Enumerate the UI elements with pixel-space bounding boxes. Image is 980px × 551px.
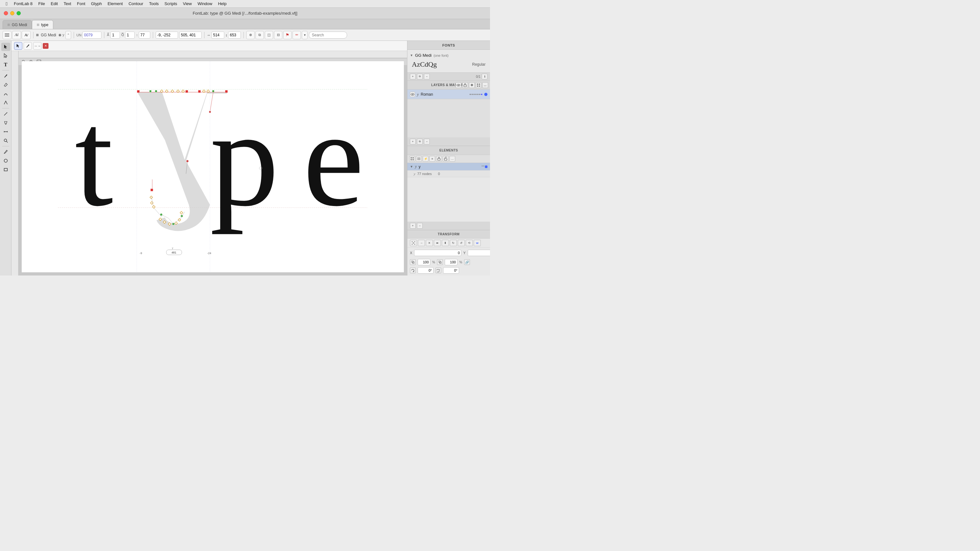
menu-scripts[interactable]: Scripts [162,1,180,7]
panel-rem-btn[interactable]: − [424,74,430,79]
transform-x-input[interactable] [414,250,461,256]
layers-lock-btn[interactable] [462,82,468,88]
tab-type[interactable]: ⊞ type [32,20,53,29]
panel-info-btn[interactable]: ℹ [482,74,487,79]
elem-unlink-btn[interactable]: ⚡ [423,156,428,162]
menu-tools[interactable]: Tools [146,1,161,7]
tool-knife[interactable] [1,110,10,118]
elem-row-y-sub[interactable]: y 77 nodes 0 [407,171,490,177]
toolbar-up-input[interactable] [139,32,150,38]
elem-collapse[interactable]: ▼ [410,165,413,168]
menu-edit[interactable]: Edit [48,1,60,7]
search-input[interactable] [309,32,347,38]
toolbar-icon3[interactable]: ◫ [265,31,273,39]
menu-glyph[interactable]: Glyph [88,1,104,7]
toolbar-icon4[interactable]: ⊟ [274,31,282,39]
tool-eraser[interactable] [1,81,10,89]
close-button[interactable] [4,11,8,15]
transform-rotate-icon[interactable] [410,268,416,273]
transform-icon-3[interactable]: ✕ [426,240,433,246]
elem-del-btn[interactable]: − [417,223,423,229]
menu-fontlab8[interactable]: FontLab 8 [11,1,35,7]
transform-icon-6[interactable]: ↻ [450,240,457,246]
transform-h-input[interactable] [445,259,457,265]
elem-add-btn[interactable]: + [410,223,416,229]
menu-text[interactable]: Text [61,1,74,7]
toolbar-qa-input[interactable] [125,32,135,38]
elem-unlock-btn[interactable] [443,156,449,162]
elem-lock2-btn[interactable] [436,156,442,162]
transform-skew-input[interactable] [443,267,459,273]
tool-zoom[interactable] [1,137,10,145]
tool-smooth[interactable] [1,90,10,98]
toolbar-wh[interactable] [179,32,202,38]
toolbar-flag[interactable]: ⚑ [283,31,291,39]
fonts-collapse-icon[interactable]: ▼ [410,54,413,57]
layers-more-btn[interactable]: … [482,82,488,88]
glyph-canvas[interactable]: t p e [22,61,404,272]
transform-scale-icon[interactable] [410,259,416,265]
menu-element[interactable]: Element [105,1,126,7]
tab-gg-medi[interactable]: ⊞ GG Medi [3,20,32,29]
toolbar-unicode-input[interactable] [82,32,102,38]
tool-rect[interactable] [1,165,10,174]
glyph-tool-flow[interactable]: →→ [33,42,41,50]
toolbar-icon1[interactable]: ⊕ [246,31,255,39]
tool-text[interactable]: T [1,60,10,69]
transform-icon-5[interactable]: ⬍ [442,240,449,246]
menu-help[interactable]: Help [215,1,229,7]
transform-skew-icon[interactable] [436,268,441,273]
glyph-toolbar-close[interactable]: ✕ [43,43,48,49]
transform-y-input[interactable] [468,250,490,256]
menu-file[interactable]: File [36,1,48,7]
panel-add-btn[interactable]: + [410,74,416,79]
elem-grid-btn[interactable] [409,156,415,162]
tool-pencil[interactable] [1,148,10,156]
transform-link-btn[interactable]: 🔗 [464,259,470,265]
layers-dup-btn[interactable]: ⧉ [417,139,423,144]
elem-filter-btn[interactable]: ≡ [430,156,435,162]
font-preview-row[interactable]: AzCdQg Regular [410,59,487,70]
toolbar-sidebar-toggle[interactable] [3,31,11,39]
toolbar-layer-arrow[interactable]: ⌃ [65,31,71,39]
layer-vis-roman[interactable] [410,92,415,97]
apple-menu[interactable]:  [3,0,11,7]
transform-icon-4[interactable]: ⬌ [434,240,441,246]
toolbar-height-input[interactable] [228,32,241,38]
layers-settings-btn[interactable]: ⚙ [469,82,475,88]
tool-pen[interactable] [1,72,10,80]
elem-row-y[interactable]: ▼ y y [407,163,490,171]
layers-add-btn[interactable]: + [410,139,416,144]
tool-pointer[interactable] [1,43,10,51]
glyph-tool-pen[interactable] [24,42,32,50]
elem-list-btn[interactable] [416,156,422,162]
transform-icon-2[interactable]: → [418,240,425,246]
canvas-viewport[interactable]: t p e [19,58,407,275]
toolbar-kern-mode[interactable]: AV [22,31,30,39]
layers-del-btn[interactable]: − [424,139,430,144]
toolbar-text-mode[interactable]: Ai [12,31,21,39]
toolbar-icon2[interactable]: ⧉ [256,31,264,39]
tool-circle[interactable] [1,157,10,165]
menu-contour[interactable]: Contour [126,1,146,7]
toolbar-a-input[interactable] [110,32,120,38]
layer-row-roman[interactable]: y Roman [407,90,490,99]
minimize-button[interactable] [10,11,14,15]
panel-dup-btn[interactable]: ⧉ [417,74,423,79]
tool-corner[interactable] [1,98,10,107]
transform-icon-9[interactable]: W [474,240,481,246]
toolbar-pencil[interactable]: ✏ [293,31,301,39]
transform-icon-1[interactable] [410,240,417,246]
menu-view[interactable]: View [180,1,194,7]
toolbar-dropdown[interactable]: ▾ [302,31,307,39]
transform-rotate-input[interactable] [418,267,434,273]
tool-measure[interactable] [1,127,10,136]
tool-pointer-alt[interactable] [1,52,10,60]
transform-w-input[interactable] [418,259,430,265]
toolbar-width-input[interactable] [212,32,224,38]
menu-font[interactable]: Font [74,1,88,7]
transform-icon-7[interactable]: ↺ [458,240,465,246]
elem-more2-btn[interactable]: … [450,156,455,162]
tool-bucket[interactable] [1,119,10,127]
toolbar-coord-xy[interactable] [156,32,178,38]
